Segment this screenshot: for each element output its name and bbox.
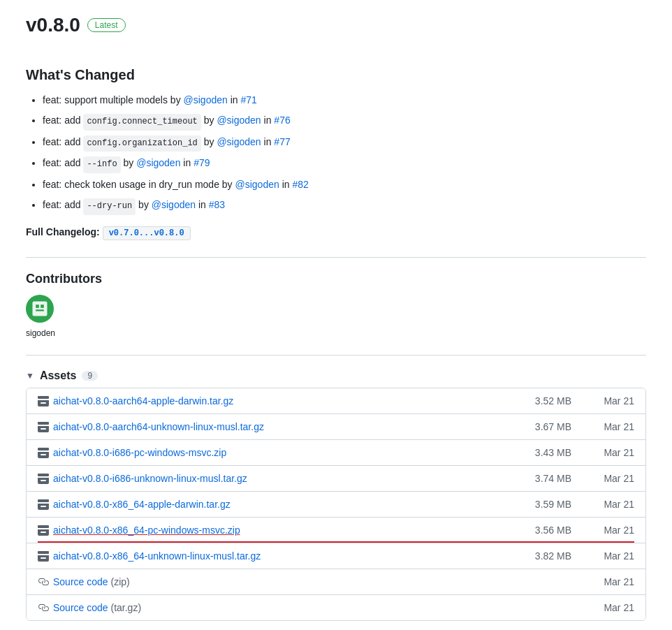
asset-size: 3.74 MB	[516, 473, 571, 484]
svg-rect-1	[36, 305, 39, 308]
code-inline: config.connect_timeout	[83, 114, 200, 131]
asset-link[interactable]: aichat-v0.8.0-aarch64-unknown-linux-musl…	[53, 421, 516, 432]
asset-row: aichat-v0.8.0-aarch64-unknown-linux-musl…	[27, 414, 645, 440]
asset-link-highlighted[interactable]: aichat-v0.8.0-x86_64-pc-windows-msvc.zip	[53, 525, 516, 536]
svg-rect-0	[33, 301, 48, 316]
asset-row-source: Source code (zip) Mar 21	[27, 569, 645, 595]
assets-section: ▼ Assets 9 aichat-v0.8.0-aarch64-apple-d…	[26, 369, 646, 621]
user-link-5[interactable]: @sigoden	[235, 179, 279, 190]
issue-link-4[interactable]: #79	[193, 157, 210, 168]
asset-size: 3.52 MB	[516, 395, 571, 406]
code-inline: config.organization_id	[83, 135, 200, 152]
asset-date: Mar 21	[599, 602, 634, 613]
list-item: feat: add --info by @sigoden in #79	[43, 154, 646, 173]
asset-size: 3.43 MB	[516, 447, 571, 458]
asset-date: Mar 21	[599, 525, 634, 536]
version-title: v0.8.0	[26, 14, 80, 36]
contributors-title: Contributors	[26, 272, 646, 286]
user-link-3[interactable]: @sigoden	[217, 136, 261, 147]
assets-toggle[interactable]: ▼	[26, 371, 34, 381]
assets-title: Assets	[40, 369, 76, 382]
latest-badge: Latest	[87, 18, 126, 32]
asset-row-highlighted: aichat-v0.8.0-x86_64-pc-windows-msvc.zip…	[27, 518, 645, 543]
asset-size: 3.67 MB	[516, 421, 571, 432]
list-item: feat: support multiple models by @sigode…	[43, 91, 646, 109]
list-item: feat: add config.organization_id by @sig…	[43, 133, 646, 152]
asset-date: Mar 21	[599, 473, 634, 484]
code-inline: --dry-run	[83, 198, 136, 215]
code-inline: --info	[83, 156, 120, 173]
archive-icon	[38, 447, 49, 458]
contributor-item: sigoden	[26, 295, 646, 338]
whats-changed-section: What's Changed feat: support multiple mo…	[26, 61, 646, 240]
whats-changed-title: What's Changed	[26, 61, 646, 83]
avatar	[26, 295, 54, 323]
source-code-icon	[38, 602, 49, 613]
archive-icon	[38, 395, 49, 406]
asset-date: Mar 21	[599, 499, 634, 510]
full-changelog-label: Full Changelog:	[26, 226, 100, 237]
issue-link-6[interactable]: #83	[209, 199, 225, 210]
asset-row-source: Source code (tar.gz) Mar 21	[27, 595, 645, 620]
issue-link-5[interactable]: #82	[292, 179, 308, 190]
full-changelog: Full Changelog: v0.7.0...v0.8.0	[26, 226, 646, 240]
assets-count: 9	[82, 371, 98, 381]
contributors-section: Contributors sigoden	[26, 272, 646, 338]
user-link-1[interactable]: @sigoden	[184, 94, 228, 105]
user-link-4[interactable]: @sigoden	[136, 157, 180, 168]
asset-row: aichat-v0.8.0-x86_64-unknown-linux-musl.…	[27, 543, 645, 569]
asset-row: aichat-v0.8.0-i686-pc-windows-msvc.zip 3…	[27, 440, 645, 466]
avatar-icon	[30, 299, 50, 318]
asset-link[interactable]: aichat-v0.8.0-i686-unknown-linux-musl.ta…	[53, 473, 516, 484]
list-item: feat: add --dry-run by @sigoden in #83	[43, 196, 646, 215]
asset-date: Mar 21	[599, 395, 634, 406]
asset-date: Mar 21	[599, 576, 634, 587]
assets-table: aichat-v0.8.0-aarch64-apple-darwin.tar.g…	[26, 388, 646, 621]
archive-icon	[38, 421, 49, 432]
source-code-icon	[38, 576, 49, 587]
asset-row: aichat-v0.8.0-x86_64-apple-darwin.tar.gz…	[27, 492, 645, 518]
list-item: feat: check token usage in dry_run mode …	[43, 176, 646, 193]
issue-link-2[interactable]: #76	[274, 115, 290, 126]
archive-icon	[38, 473, 49, 484]
asset-size: 3.56 MB	[516, 525, 571, 536]
changes-list: feat: support multiple models by @sigode…	[26, 91, 646, 215]
svg-rect-3	[36, 309, 44, 311]
user-link-6[interactable]: @sigoden	[152, 199, 196, 210]
source-targz-link[interactable]: Source code (tar.gz)	[53, 602, 516, 613]
svg-rect-2	[41, 305, 44, 308]
archive-icon	[38, 525, 49, 536]
asset-size: 3.82 MB	[516, 550, 571, 562]
asset-size: 3.59 MB	[516, 499, 571, 510]
assets-header: ▼ Assets 9	[26, 369, 646, 382]
asset-row: aichat-v0.8.0-aarch64-apple-darwin.tar.g…	[27, 388, 645, 414]
archive-icon	[38, 499, 49, 510]
asset-row: aichat-v0.8.0-i686-unknown-linux-musl.ta…	[27, 466, 645, 492]
source-zip-link[interactable]: Source code (zip)	[53, 576, 516, 587]
archive-icon	[38, 550, 49, 562]
page-container: v0.8.0 Latest What's Changed feat: suppo…	[15, 14, 657, 630]
divider-1	[26, 257, 646, 258]
asset-date: Mar 21	[599, 447, 634, 458]
version-header: v0.8.0 Latest	[26, 14, 646, 47]
user-link-2[interactable]: @sigoden	[217, 115, 261, 126]
contributor-name: sigoden	[26, 328, 55, 338]
issue-link-1[interactable]: #71	[241, 94, 257, 105]
asset-link[interactable]: aichat-v0.8.0-aarch64-apple-darwin.tar.g…	[53, 395, 516, 406]
asset-link[interactable]: aichat-v0.8.0-x86_64-unknown-linux-musl.…	[53, 550, 516, 562]
asset-link[interactable]: aichat-v0.8.0-x86_64-apple-darwin.tar.gz	[53, 499, 516, 510]
changelog-link[interactable]: v0.7.0...v0.8.0	[103, 226, 191, 240]
list-item: feat: add config.connect_timeout by @sig…	[43, 112, 646, 131]
asset-date: Mar 21	[599, 421, 634, 432]
divider-2	[26, 355, 646, 356]
issue-link-3[interactable]: #77	[274, 136, 290, 147]
asset-date: Mar 21	[599, 550, 634, 562]
asset-link[interactable]: aichat-v0.8.0-i686-pc-windows-msvc.zip	[53, 447, 516, 458]
